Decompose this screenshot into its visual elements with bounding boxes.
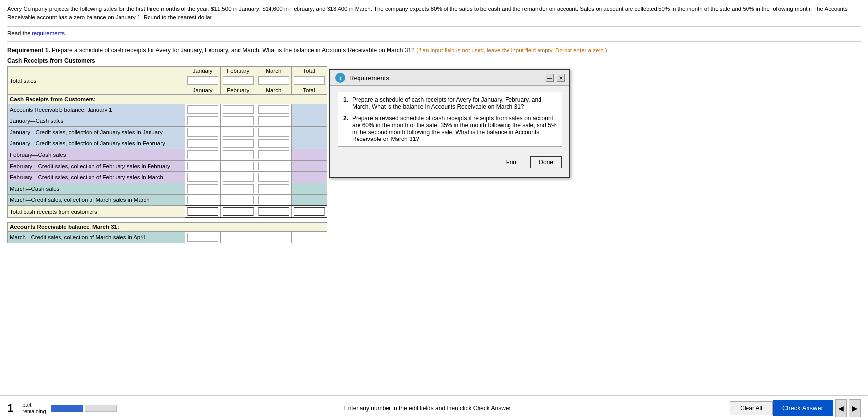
intro-paragraph: Avery Company projects the following sal… bbox=[7, 5, 861, 27]
input-total-sales-total[interactable] bbox=[294, 76, 325, 85]
input-jan-credit-jan-jan[interactable] bbox=[187, 128, 218, 137]
input-jan-cash-mar[interactable] bbox=[258, 116, 289, 125]
requirements-link[interactable]: requirements bbox=[32, 30, 65, 36]
row-label-jan-cash: January—Cash sales bbox=[8, 115, 185, 126]
input-total-sales-jan[interactable] bbox=[187, 76, 218, 85]
requirements-modal: i Requirements — ✕ 1. Prepare a schedule… bbox=[329, 69, 570, 178]
requirement-item-2: 2. Prepare a revised schedule of cash re… bbox=[343, 115, 557, 142]
requirement-item-1: 1. Prepare a schedule of cash receipts f… bbox=[343, 96, 557, 110]
input-jan-credit-feb-feb[interactable] bbox=[223, 139, 254, 148]
modal-title: Requirements bbox=[349, 74, 389, 82]
modal-titlebar: i Requirements — ✕ bbox=[330, 70, 569, 86]
input-jan-credit-feb-mar[interactable] bbox=[258, 139, 289, 148]
section-title: Cash Receipts from Customers bbox=[7, 57, 327, 64]
input-mar-cash-feb[interactable] bbox=[223, 184, 254, 193]
ar-march31-section-label: Accounts Receivable balance, March 31: bbox=[8, 223, 327, 232]
cell-jan-cash-total bbox=[291, 115, 327, 126]
table-row: March—Credit sales, collection of March … bbox=[8, 194, 327, 206]
row-label-total-cash: Total cash receipts from customers bbox=[8, 206, 185, 218]
row-label-feb-credit-mar: February—Credit sales, collection of Feb… bbox=[8, 171, 185, 183]
modal-close-button[interactable]: ✕ bbox=[557, 74, 565, 82]
req-text-1: Prepare a schedule of cash receipts for … bbox=[352, 96, 557, 110]
input-mar-credit-mar-jan[interactable] bbox=[187, 196, 218, 204]
input-total-receipts-jan[interactable] bbox=[187, 207, 218, 216]
sub-header-row: January February March Total bbox=[8, 86, 327, 94]
input-total-sales-mar[interactable] bbox=[258, 76, 289, 85]
requirements-content-box: 1. Prepare a schedule of cash receipts f… bbox=[338, 92, 562, 147]
info-icon: i bbox=[335, 73, 345, 83]
input-feb-credit-feb-jan[interactable] bbox=[187, 162, 218, 170]
table-row: February—Credit sales, collection of Feb… bbox=[8, 171, 327, 183]
row-label-total-sales: Total sales bbox=[8, 75, 185, 86]
cell-feb-credit-mar-total bbox=[291, 171, 327, 183]
input-total-sales-feb[interactable] bbox=[223, 76, 254, 85]
cell-total-sales-feb[interactable] bbox=[220, 75, 256, 86]
row-label-jan-credit-jan: January—Credit sales, collection of Janu… bbox=[8, 126, 185, 138]
row-label-mar-credit-apr: March—Credit sales, collection of March … bbox=[8, 232, 185, 243]
intro-text: Avery Company projects the following sal… bbox=[7, 6, 848, 20]
row-label-ar-jan1: Accounts Receivable balance, January 1 bbox=[8, 104, 185, 115]
table-row: Total sales bbox=[8, 75, 327, 86]
input-total-receipts-feb[interactable] bbox=[223, 207, 254, 216]
input-feb-cash-feb[interactable] bbox=[223, 150, 254, 159]
input-jan-credit-jan-mar[interactable] bbox=[258, 128, 289, 137]
done-button[interactable]: Done bbox=[530, 156, 562, 168]
input-jan-credit-jan-feb[interactable] bbox=[223, 128, 254, 137]
input-jan-cash-feb[interactable] bbox=[223, 116, 254, 125]
table-row: Accounts Receivable balance, January 1 bbox=[8, 104, 327, 115]
row-label-jan-credit-feb: January—Credit sales, collection of Janu… bbox=[8, 138, 185, 149]
table-row: January—Credit sales, collection of Janu… bbox=[8, 138, 327, 149]
col-march-header: March bbox=[256, 66, 291, 75]
input-mar-credit-apr[interactable] bbox=[187, 233, 218, 242]
input-feb-cash-jan[interactable] bbox=[187, 150, 218, 159]
row-label-feb-cash: February—Cash sales bbox=[8, 149, 185, 160]
cell-total-sales-jan[interactable] bbox=[185, 75, 220, 86]
col-february-header: February bbox=[220, 66, 256, 75]
cash-receipts-section-label: Cash Receipts from Customers: bbox=[8, 94, 327, 104]
cell-feb-credit-feb-total bbox=[291, 160, 327, 171]
input-feb-cash-mar[interactable] bbox=[258, 150, 289, 159]
row-label-mar-credit-mar: March—Credit sales, collection of March … bbox=[8, 194, 185, 206]
total-cash-receipts-row: Total cash receipts from customers bbox=[8, 206, 327, 218]
req-num-1: 1. bbox=[343, 96, 348, 110]
table-row: February—Credit sales, collection of Feb… bbox=[8, 160, 327, 171]
input-feb-credit-feb-mar[interactable] bbox=[258, 162, 289, 170]
cell-feb-cash-total bbox=[291, 149, 327, 160]
input-ar-jan1-mar[interactable] bbox=[258, 105, 289, 114]
input-mar-credit-mar-mar[interactable] bbox=[258, 196, 289, 204]
ar-march31-header-row: Accounts Receivable balance, March 31: bbox=[8, 223, 327, 232]
row-label-feb-credit-feb: February—Credit sales, collection of Feb… bbox=[8, 160, 185, 171]
cell-jan-credit-jan-total bbox=[291, 126, 327, 138]
table-row: February—Cash sales bbox=[8, 149, 327, 160]
input-ar-jan1-feb[interactable] bbox=[223, 105, 254, 114]
cell-total-sales-mar[interactable] bbox=[256, 75, 291, 86]
cell-total-sales-total[interactable] bbox=[291, 75, 327, 86]
req-text-2: Prepare a revised schedule of cash recei… bbox=[352, 115, 557, 142]
table-row: March—Cash sales bbox=[8, 183, 327, 194]
input-total-receipts-mar[interactable] bbox=[258, 207, 289, 216]
input-feb-credit-mar-jan[interactable] bbox=[187, 173, 218, 182]
cell-mar-credit-mar-total bbox=[291, 194, 327, 206]
input-mar-cash-mar[interactable] bbox=[258, 184, 289, 193]
input-total-receipts-total[interactable] bbox=[294, 207, 325, 216]
input-mar-cash-jan[interactable] bbox=[187, 184, 218, 193]
row-label-mar-cash: March—Cash sales bbox=[8, 183, 185, 194]
input-jan-cash-jan[interactable] bbox=[187, 116, 218, 125]
print-button[interactable]: Print bbox=[498, 156, 527, 168]
table-row: January—Cash sales bbox=[8, 115, 327, 126]
modal-minimize-button[interactable]: — bbox=[546, 74, 554, 82]
table-row: March—Credit sales, collection of March … bbox=[8, 232, 327, 243]
col-label-header bbox=[8, 66, 185, 75]
read-requirements-line: Read the requirements. bbox=[7, 30, 861, 36]
cell-mar-cash-total bbox=[291, 183, 327, 194]
input-mar-credit-mar-feb[interactable] bbox=[223, 196, 254, 204]
cash-receipts-header-row: Cash Receipts from Customers: bbox=[8, 94, 327, 104]
input-jan-credit-feb-jan[interactable] bbox=[187, 139, 218, 148]
cell-ar-jan1-total bbox=[291, 104, 327, 115]
cash-receipts-table: January February March Total Total sales bbox=[7, 66, 327, 244]
col-total-header: Total bbox=[291, 66, 327, 75]
input-feb-credit-mar-feb[interactable] bbox=[223, 173, 254, 182]
input-feb-credit-feb-feb[interactable] bbox=[223, 162, 254, 170]
input-ar-jan1-jan[interactable] bbox=[187, 105, 218, 114]
input-feb-credit-mar-mar[interactable] bbox=[258, 173, 289, 182]
